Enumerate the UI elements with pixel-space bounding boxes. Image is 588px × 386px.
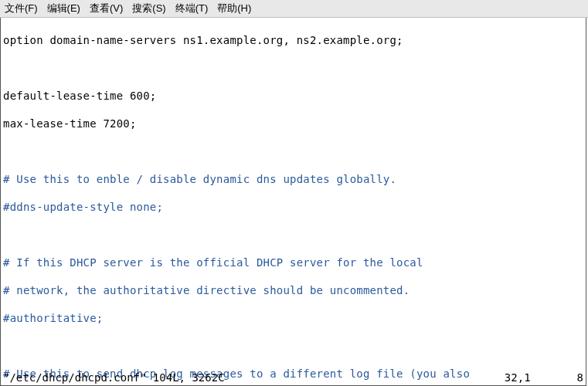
status-scroll: 8 [577,371,583,384]
menu-view[interactable]: 查看(V) [90,2,123,15]
menu-terminal[interactable]: 终端(T) [175,2,209,15]
comment-line: # Use this to enble / disable dynamic dn… [3,173,396,185]
menu-help[interactable]: 帮助(H) [217,2,251,15]
vim-status-line: "/etc/dhcp/dhcpd.conf" 104L, 3262C 32,1 … [3,371,583,384]
status-file: "/etc/dhcp/dhcpd.conf" 104L, 3262C [3,371,225,384]
menu-edit[interactable]: 编辑(E) [47,2,80,15]
comment-line: #ddns-update-style none; [3,201,163,213]
comment-line: # If this DHCP server is the official DH… [3,256,423,269]
menu-file[interactable]: 文件(F) [5,2,38,15]
terminal[interactable]: option domain-name-servers ns1.example.o… [0,18,586,386]
menu-search[interactable]: 搜索(S) [132,2,165,15]
comment-line: # network, the authoritative directive s… [3,284,410,296]
code-line: option domain-name-servers ns1.example.o… [3,34,403,46]
code-line: max-lease-time 7200; [3,117,137,130]
code-line: default-lease-time 600; [3,90,156,102]
comment-line: #authoritative; [3,312,103,324]
editor-buffer[interactable]: option domain-name-servers ns1.example.o… [1,18,586,386]
status-cursor: 32,1 [505,371,531,384]
menu-bar: 文件(F) 编辑(E) 查看(V) 搜索(S) 终端(T) 帮助(H) [0,0,588,18]
